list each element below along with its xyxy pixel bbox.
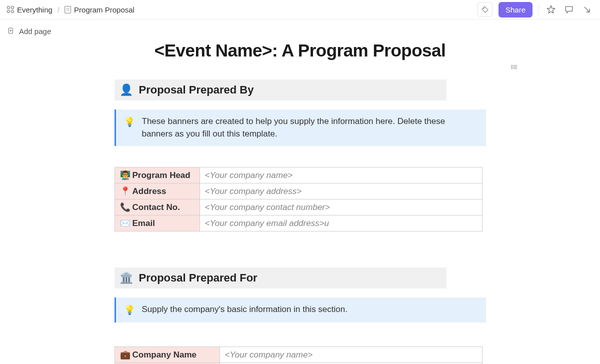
add-page-button[interactable]: Add page: [7, 27, 51, 36]
breadcrumb-root-label: Everything: [17, 6, 52, 14]
pin-icon: 📍: [120, 186, 130, 196]
section-header-prepared-by[interactable]: 👤 Proposal Prepared By: [114, 80, 446, 100]
row-label: Address: [132, 186, 166, 196]
comments-button[interactable]: [563, 4, 575, 16]
row-label: Contact No.: [132, 202, 180, 212]
outline-icon: [510, 62, 519, 72]
row-label: Email: [132, 218, 155, 228]
tag-button[interactable]: [478, 2, 492, 17]
callout-prepared-by[interactable]: 💡 These banners are created to help you …: [114, 110, 486, 146]
star-icon: [546, 4, 556, 14]
section-header-label: Proposal Prepared For: [139, 272, 258, 284]
mail-icon: ✉️: [120, 218, 130, 228]
page-title[interactable]: <Event Name>: A Program Proposal: [0, 40, 600, 60]
comment-icon: [564, 4, 574, 14]
topbar: Everything / Program Proposal Share: [0, 0, 600, 20]
row-label: Company Name: [132, 350, 196, 360]
share-button[interactable]: Share: [498, 2, 532, 18]
callout-text: Supply the company's basic information i…: [142, 304, 348, 316]
callout-text: These banners are created to help you su…: [142, 116, 478, 140]
breadcrumb-current[interactable]: Program Proposal: [64, 6, 134, 14]
breadcrumb-current-label: Program Proposal: [74, 6, 134, 14]
add-page-icon: [7, 27, 15, 35]
row-value[interactable]: <Your company name>: [220, 347, 482, 363]
section-header-label: Proposal Prepared By: [139, 84, 254, 96]
table-row[interactable]: 👨‍🏫Program Head <Your company name>: [114, 168, 482, 184]
table-row[interactable]: 💼Company Name <Your company name>: [114, 347, 482, 363]
person-icon: 👤: [120, 84, 133, 96]
apps-icon: [7, 6, 14, 13]
collapse-button[interactable]: [581, 4, 593, 16]
table-row[interactable]: 📞Contact No. <Your company contact numbe…: [114, 200, 482, 216]
arrow-down-right-icon: [582, 4, 592, 14]
page: <Event Name>: A Program Proposal 👤 Propo…: [0, 40, 600, 364]
row-value[interactable]: <Your company contact number>: [200, 200, 482, 216]
building-icon: 🏛️: [120, 272, 133, 284]
tag-icon: [481, 6, 489, 14]
table-row[interactable]: 📍Address <Your company address>: [114, 184, 482, 200]
teacher-icon: 👨‍🏫: [120, 170, 130, 180]
row-value[interactable]: <Your company address>: [200, 184, 482, 200]
separator: [538, 4, 539, 15]
subbar: Add page: [0, 20, 600, 42]
breadcrumb: Everything / Program Proposal: [7, 6, 478, 14]
bulb-icon: 💡: [124, 304, 135, 316]
callout-prepared-for[interactable]: 💡 Supply the company's basic information…: [114, 298, 486, 322]
row-label: Program Head: [132, 170, 190, 180]
section-header-prepared-for[interactable]: 🏛️ Proposal Prepared For: [114, 268, 446, 288]
phone-icon: 📞: [120, 202, 130, 212]
breadcrumb-root[interactable]: Everything: [7, 6, 52, 14]
table-prepared-by: 👨‍🏫Program Head <Your company name> 📍Add…: [114, 167, 482, 232]
briefcase-icon: 💼: [120, 350, 130, 360]
favorite-button[interactable]: [545, 4, 557, 16]
table-prepared-for: 💼Company Name <Your company name> 👨‍💼Man…: [114, 346, 482, 364]
bulb-icon: 💡: [124, 116, 135, 140]
add-page-label: Add page: [19, 27, 51, 36]
table-row[interactable]: ✉️Email <Your company email address>u: [114, 216, 482, 232]
row-value[interactable]: <Your company name>: [200, 168, 482, 184]
outline-button[interactable]: [510, 62, 519, 74]
row-value[interactable]: <Your company email address>u: [200, 216, 482, 232]
topbar-actions: Share: [478, 2, 593, 18]
breadcrumb-separator: /: [56, 6, 60, 14]
content: 👤 Proposal Prepared By 💡 These banners a…: [114, 80, 486, 364]
share-button-label: Share: [506, 6, 526, 14]
document-icon: [64, 6, 71, 14]
svg-point-0: [483, 8, 484, 8]
